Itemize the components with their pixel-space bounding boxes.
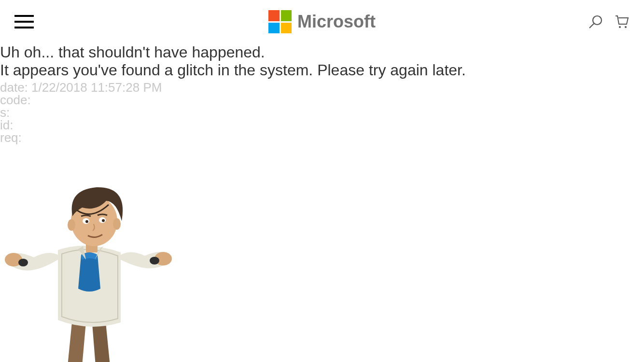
logo-tile-yellow — [281, 23, 292, 34]
search-icon[interactable] — [588, 14, 603, 29]
error-content: Uh oh... that shouldn't have happened. I… — [0, 43, 644, 362]
error-title: Uh oh... that shouldn't have happened. — [0, 43, 644, 61]
svg-point-12 — [85, 220, 88, 223]
svg-point-3 — [625, 26, 627, 28]
error-date-row: date: 1/22/2018 11:57:28 PM — [0, 81, 644, 94]
svg-line-1 — [589, 24, 594, 28]
hamburger-line — [14, 21, 34, 23]
svg-point-14 — [18, 259, 28, 266]
svg-point-8 — [68, 219, 75, 231]
microsoft-logo-icon — [268, 10, 292, 33]
hamburger-line — [14, 15, 34, 17]
logo-tile-green — [281, 10, 292, 21]
error-message: It appears you've found a glitch in the … — [0, 61, 644, 79]
svg-point-15 — [150, 257, 159, 265]
svg-point-13 — [102, 219, 105, 222]
svg-point-2 — [619, 26, 621, 28]
page-header: Microsoft — [0, 0, 644, 43]
brand-name: Microsoft — [297, 12, 376, 32]
error-code-row: code: — [0, 94, 644, 106]
cart-icon[interactable] — [614, 14, 630, 29]
error-id-row: id: — [0, 119, 644, 131]
svg-point-9 — [113, 218, 121, 230]
error-req-label: req: — [0, 130, 22, 145]
error-meta: date: 1/22/2018 11:57:28 PM code: s: id:… — [0, 81, 644, 144]
brand-logo[interactable]: Microsoft — [268, 10, 376, 33]
logo-tile-blue — [268, 23, 280, 34]
hamburger-menu-button[interactable] — [14, 15, 34, 28]
error-date-value: 1/22/2018 11:57:28 PM — [31, 80, 162, 95]
error-req-row: req: — [0, 131, 644, 144]
svg-point-0 — [593, 16, 602, 25]
header-actions — [588, 14, 630, 29]
error-s-row: s: — [0, 106, 644, 119]
logo-tile-red — [268, 10, 280, 21]
shrugging-avatar-illustration — [0, 163, 174, 362]
hamburger-line — [14, 27, 34, 28]
